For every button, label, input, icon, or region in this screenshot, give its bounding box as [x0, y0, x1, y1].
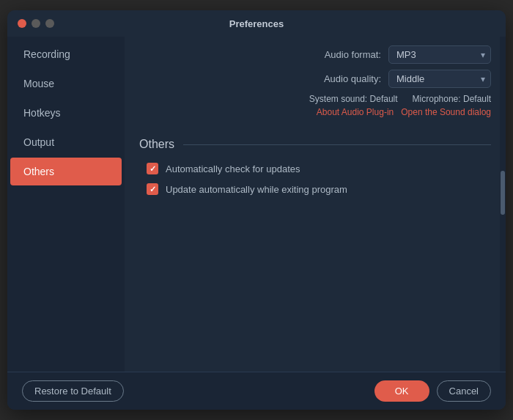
checkbox-updates-label: Automatically check for updates	[166, 163, 300, 174]
system-sound-value: Default	[370, 94, 398, 104]
restore-default-button[interactable]: Restore to Default	[22, 380, 124, 402]
system-sound-label: System sound:	[309, 94, 367, 104]
audio-quality-select[interactable]: Low Middle High	[388, 70, 491, 88]
ok-button[interactable]: OK	[374, 380, 429, 402]
bottom-bar: Restore to Default OK Cancel	[7, 372, 506, 410]
audio-quality-select-wrapper: Low Middle High	[388, 70, 491, 88]
sidebar-item-recording[interactable]: Recording	[10, 40, 122, 68]
content-area: Recording Mouse Hotkeys Output Others Au…	[7, 37, 506, 372]
microphone-label: Microphone:	[413, 94, 461, 104]
open-sound-link[interactable]: Open the Sound dialog	[401, 107, 491, 117]
links-row: About Audio Plug-in Open the Sound dialo…	[139, 107, 491, 117]
maximize-button[interactable]	[45, 19, 54, 28]
checkbox-auto-update[interactable]	[147, 183, 158, 195]
section-title: Others	[139, 138, 174, 151]
sidebar-item-others[interactable]: Others	[10, 158, 122, 185]
about-audio-link[interactable]: About Audio Plug-in	[317, 107, 394, 117]
main-panel: Audio format: MP3 WAV AAC OGG Audio qual…	[125, 37, 506, 372]
microphone-info: Microphone: Default	[413, 94, 491, 104]
preferences-window: Preferences Recording Mouse Hotkeys Outp…	[7, 10, 506, 410]
cancel-button[interactable]: Cancel	[437, 380, 491, 402]
top-settings: Audio format: MP3 WAV AAC OGG Audio qual…	[125, 37, 506, 126]
section-divider: Others	[139, 138, 491, 151]
audio-format-select-wrapper: MP3 WAV AAC OGG	[388, 45, 491, 64]
checkbox-auto-update-label: Update automatically while exiting progr…	[166, 184, 347, 195]
checkbox-updates[interactable]	[147, 163, 158, 174]
sidebar: Recording Mouse Hotkeys Output Others	[7, 37, 125, 372]
minimize-button[interactable]	[32, 19, 40, 28]
close-button[interactable]	[18, 19, 26, 28]
audio-format-label: Audio format:	[325, 49, 381, 60]
scrollbar-thumb[interactable]	[501, 171, 505, 215]
checkbox-row-2: Update automatically while exiting progr…	[139, 183, 491, 195]
audio-quality-label: Audio quality:	[324, 73, 381, 84]
sidebar-item-output[interactable]: Output	[10, 128, 122, 156]
title-bar: Preferences	[7, 10, 506, 37]
others-section: Others Automatically check for updates U…	[125, 126, 506, 372]
audio-quality-row: Audio quality: Low Middle High	[139, 70, 491, 88]
scrollbar-track	[500, 37, 506, 372]
audio-format-select[interactable]: MP3 WAV AAC OGG	[388, 45, 491, 64]
system-sound-info: System sound: Default	[309, 94, 398, 104]
action-buttons: OK Cancel	[374, 380, 491, 402]
traffic-lights	[18, 19, 54, 28]
sound-info-row: System sound: Default Microphone: Defaul…	[139, 94, 491, 104]
window-title: Preferences	[229, 18, 284, 29]
checkbox-row-1: Automatically check for updates	[139, 163, 491, 174]
sidebar-item-hotkeys[interactable]: Hotkeys	[10, 99, 122, 127]
microphone-value: Default	[463, 94, 491, 104]
sidebar-item-mouse[interactable]: Mouse	[10, 70, 122, 97]
audio-format-row: Audio format: MP3 WAV AAC OGG	[139, 45, 491, 64]
divider-line	[183, 144, 491, 145]
